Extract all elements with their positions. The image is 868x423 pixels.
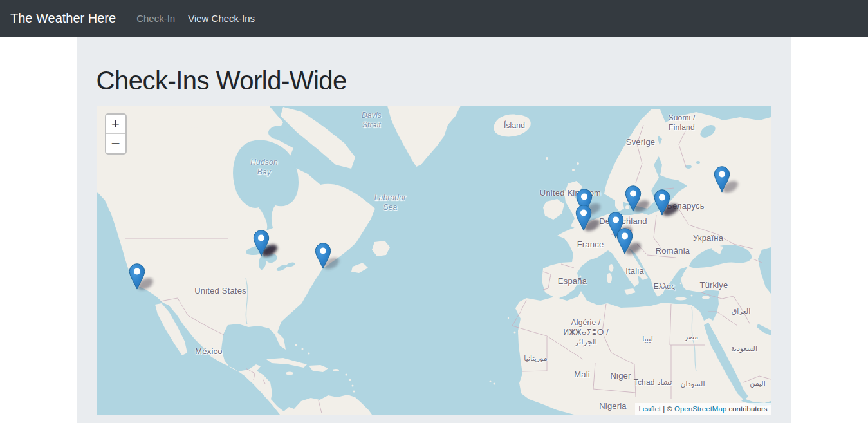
marker-layer: [97, 106, 771, 415]
leaflet-link[interactable]: Leaflet: [638, 405, 661, 413]
navbar: The Weather Here Check-In View Check-Ins: [0, 0, 868, 37]
map-zoom-control: + −: [105, 113, 127, 155]
attribution-separator: | ©: [661, 405, 674, 413]
openstreetmap-link[interactable]: OpenStreetMap: [674, 405, 726, 413]
attribution-suffix: contributors: [726, 405, 767, 413]
zoom-out-button[interactable]: −: [106, 134, 125, 153]
map-attribution: Leaflet | © OpenStreetMap contributors: [635, 403, 770, 415]
page-title: Check-Ins World-Wide: [97, 65, 771, 96]
nav-link-view-check-ins[interactable]: View Check-Ins: [181, 8, 261, 29]
world-map[interactable]: Davis StraitHudson BayLabrador SeaÍsland…: [97, 106, 771, 415]
brand-link[interactable]: The Weather Here: [10, 11, 116, 26]
nav-link-check-in[interactable]: Check-In: [130, 8, 181, 29]
page-container: Check-Ins World-Wide: [77, 37, 791, 423]
zoom-in-button[interactable]: +: [106, 115, 125, 134]
